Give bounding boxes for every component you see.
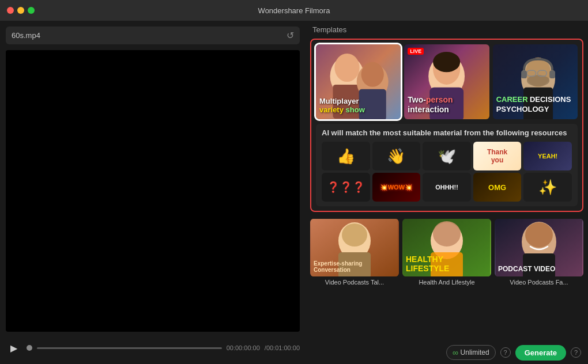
bottom-thumbnails: Expertise-sharingConversation Video Podc… bbox=[306, 214, 588, 290]
close-button[interactable] bbox=[7, 7, 14, 14]
bottom-thumb-label-overlay-3: PODCAST VIDEO bbox=[498, 265, 580, 273]
titlebar: Wondershare Filmora bbox=[0, 0, 588, 21]
template-popup: Multiplayer variety show bbox=[310, 39, 583, 212]
info-icon[interactable]: ? bbox=[571, 347, 581, 358]
total-time: /00:01:00:00 bbox=[265, 344, 300, 351]
file-name: 60s.mp4 bbox=[12, 31, 287, 40]
svg-point-4 bbox=[361, 62, 384, 87]
thumb-label-career: CAREER DECISIONS PSYCHOLOGY bbox=[496, 95, 574, 115]
bottom-thumb-img-1: Expertise-sharingConversation bbox=[310, 219, 399, 276]
bottom-thumb-img-2: HEALTHYLIFESTYLE bbox=[402, 219, 491, 276]
file-bar: 60s.mp4 ↺ bbox=[6, 26, 300, 44]
video-area bbox=[6, 50, 300, 332]
ai-resources-section: AI will match the most suitable material… bbox=[316, 124, 578, 206]
unlimited-icon: ∞ bbox=[453, 348, 458, 357]
current-time: 00:00:00:00 bbox=[227, 344, 260, 351]
bottom-thumb-label-3: Video Podcasts Fa... bbox=[495, 279, 583, 286]
emoji-yeah[interactable]: YEAH! bbox=[523, 142, 572, 170]
live-badge: LIVE bbox=[408, 48, 424, 55]
svg-point-13 bbox=[527, 75, 549, 86]
help-icon[interactable]: ? bbox=[500, 347, 511, 358]
templates-header: Templates bbox=[306, 21, 588, 36]
emoji-wave[interactable]: 👋 bbox=[372, 142, 421, 170]
emoji-wow[interactable]: 💥WOW💥 bbox=[372, 173, 421, 202]
timeline-track[interactable] bbox=[37, 347, 222, 349]
svg-rect-17 bbox=[549, 70, 555, 78]
unlimited-button[interactable]: ∞ Unlimited bbox=[446, 345, 496, 360]
timeline-bar: ▶ 00:00:00:00 /00:01:00:00 bbox=[6, 338, 300, 358]
emoji-omg[interactable]: OMG bbox=[473, 173, 522, 202]
svg-point-20 bbox=[342, 223, 367, 247]
unlimited-label: Unlimited bbox=[461, 348, 489, 357]
emoji-questions[interactable]: ❓❓❓ bbox=[322, 173, 370, 202]
minimize-button[interactable] bbox=[17, 7, 24, 14]
template-two-person[interactable]: LIVE Two-person interaction bbox=[404, 44, 489, 119]
maximize-button[interactable] bbox=[28, 7, 35, 14]
svg-point-28 bbox=[525, 222, 553, 248]
emoji-thankyou[interactable]: Thankyou bbox=[473, 142, 522, 170]
generate-button[interactable]: Generate bbox=[515, 345, 566, 361]
svg-point-24 bbox=[433, 221, 461, 247]
svg-rect-16 bbox=[521, 70, 527, 78]
traffic-lights bbox=[7, 7, 35, 14]
bottom-thumb-label-2: Health And Lifestyle bbox=[402, 279, 491, 286]
thumb-label-multiplayer: Multiplayer variety show bbox=[319, 97, 397, 115]
bottom-thumb-label-overlay-2: HEALTHYLIFESTYLE bbox=[406, 255, 488, 273]
play-button[interactable]: ▶ bbox=[6, 340, 22, 356]
emoji-grid: 👍 👋 🕊️ Thankyou YEAH! ❓❓❓ 💥WOW💥 bbox=[322, 142, 572, 202]
emoji-dove[interactable]: 🕊️ bbox=[423, 142, 471, 170]
thumb-label-two-person: Two-person interaction bbox=[408, 95, 485, 115]
refresh-button[interactable]: ↺ bbox=[287, 30, 294, 41]
main-layout: 60s.mp4 ↺ ▶ 00:00:00:00 /00:01:00:00 Tem… bbox=[0, 21, 588, 364]
emoji-sparkles[interactable]: ✨ bbox=[523, 173, 572, 202]
emoji-ohhh[interactable]: OHHH!! bbox=[423, 173, 471, 202]
template-career[interactable]: CAREER DECISIONS PSYCHOLOGY bbox=[493, 44, 578, 119]
bottom-thumb-label-1: Video Podcasts Tal... bbox=[310, 279, 399, 286]
footer-bar: ∞ Unlimited ? Generate ? bbox=[306, 341, 588, 364]
bottom-thumb-img-3: PODCAST VIDEO bbox=[495, 219, 583, 276]
bottom-template-health[interactable]: HEALTHYLIFESTYLE Health And Lifestyle bbox=[402, 219, 491, 286]
bottom-template-podcasts-fa[interactable]: PODCAST VIDEO Video Podcasts Fa... bbox=[495, 219, 583, 286]
svg-point-1 bbox=[334, 54, 359, 82]
template-thumbnails-row: Multiplayer variety show bbox=[316, 44, 578, 119]
bottom-template-podcasts-talk[interactable]: Expertise-sharingConversation Video Podc… bbox=[310, 219, 399, 286]
template-multiplayer[interactable]: Multiplayer variety show bbox=[316, 44, 401, 119]
bottom-thumb-label-overlay-1: Expertise-sharingConversation bbox=[314, 260, 395, 273]
right-panel: Templates bbox=[306, 21, 588, 364]
left-panel: 60s.mp4 ↺ ▶ 00:00:00:00 /00:01:00:00 bbox=[0, 21, 306, 364]
emoji-thumbsup[interactable]: 👍 bbox=[322, 142, 370, 170]
timeline-dot bbox=[27, 345, 32, 351]
svg-point-9 bbox=[433, 52, 460, 72]
app-title: Wondershare Filmora bbox=[258, 6, 330, 15]
ai-title: AI will match the most suitable material… bbox=[322, 128, 572, 137]
